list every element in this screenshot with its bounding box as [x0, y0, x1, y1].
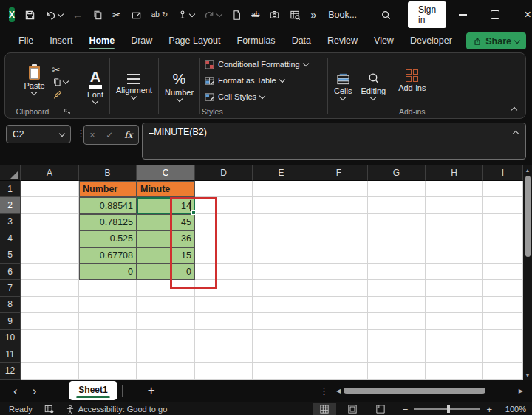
cell[interactable]: [368, 297, 426, 313]
cell[interactable]: [137, 297, 195, 313]
cell[interactable]: [368, 280, 426, 296]
paste-picture-button[interactable]: [131, 10, 142, 21]
cell[interactable]: [253, 297, 310, 313]
cell-b3[interactable]: 0.78125: [79, 214, 137, 230]
cell[interactable]: [79, 280, 137, 296]
new-file-button[interactable]: [231, 10, 242, 21]
cell-a6[interactable]: [21, 264, 79, 280]
share-button[interactable]: Share: [466, 32, 526, 49]
editing-group-button[interactable]: Editing: [357, 71, 391, 101]
tab-page-layout[interactable]: Page Layout: [160, 30, 228, 51]
minimize-button[interactable]: [446, 0, 479, 30]
cell[interactable]: [195, 313, 253, 329]
row-header-11[interactable]: 11: [0, 346, 21, 363]
tab-formulas[interactable]: Formulas: [229, 30, 284, 51]
column-header-c[interactable]: C: [137, 165, 195, 181]
zoom-slider[interactable]: [414, 408, 480, 410]
cell[interactable]: [368, 230, 426, 247]
cell[interactable]: [483, 346, 523, 363]
enter-formula-button[interactable]: ✓: [106, 130, 113, 140]
maximize-button[interactable]: [479, 0, 511, 30]
column-header-b[interactable]: B: [79, 165, 137, 181]
cell[interactable]: [253, 280, 310, 296]
cell-a3[interactable]: [21, 214, 79, 230]
cell[interactable]: [79, 363, 137, 379]
cell[interactable]: [310, 214, 368, 230]
cell[interactable]: [253, 346, 310, 363]
cell[interactable]: [253, 330, 310, 346]
row-header-7[interactable]: 7: [0, 280, 21, 296]
format-as-table-dropdown-icon[interactable]: [279, 77, 284, 83]
cell[interactable]: [195, 181, 253, 197]
cell[interactable]: [21, 330, 79, 346]
cell[interactable]: [368, 181, 426, 197]
sheet-tab-sheet1[interactable]: Sheet1: [69, 381, 117, 400]
scroll-up-icon[interactable]: ▲: [525, 165, 531, 174]
cut-button[interactable]: ✂: [112, 10, 121, 20]
tab-draw[interactable]: Draw: [123, 30, 160, 51]
cell[interactable]: [368, 214, 426, 230]
number-dropdown-icon[interactable]: [176, 95, 182, 101]
page-break-preview-button[interactable]: [369, 403, 392, 415]
column-header-f[interactable]: F: [310, 165, 368, 181]
cell[interactable]: [483, 264, 523, 280]
normal-view-button[interactable]: [313, 403, 336, 415]
cell[interactable]: [483, 247, 523, 264]
cell[interactable]: [195, 346, 253, 363]
row-header-6[interactable]: 6: [0, 264, 21, 280]
cell[interactable]: [483, 197, 523, 213]
cell[interactable]: [426, 264, 483, 280]
cell[interactable]: [426, 247, 483, 264]
cell[interactable]: [79, 330, 137, 346]
cell-a2[interactable]: [21, 197, 79, 213]
column-header-a[interactable]: A: [21, 165, 79, 181]
cell[interactable]: [79, 313, 137, 329]
name-box-dropdown-icon[interactable]: [59, 130, 65, 136]
cell-c1[interactable]: Minute: [137, 181, 195, 197]
cell[interactable]: [79, 297, 137, 313]
touch-mode-dropdown-icon[interactable]: [189, 11, 195, 17]
cell[interactable]: [253, 313, 310, 329]
cell[interactable]: [310, 264, 368, 280]
cell[interactable]: [426, 214, 483, 230]
cell[interactable]: [483, 181, 523, 197]
editing-dropdown-icon[interactable]: [370, 95, 376, 100]
cell[interactable]: [253, 363, 310, 379]
undo-button[interactable]: [45, 10, 63, 21]
cell[interactable]: [137, 363, 195, 379]
cell[interactable]: [368, 197, 426, 213]
cell[interactable]: [310, 330, 368, 346]
strikethrough-button[interactable]: ab: [251, 11, 259, 18]
cell[interactable]: [310, 297, 368, 313]
cell[interactable]: [368, 363, 426, 379]
cell[interactable]: [195, 363, 253, 379]
cell[interactable]: [368, 346, 426, 363]
back-arrow-icon[interactable]: ←: [72, 10, 83, 20]
scroll-left-icon[interactable]: ◀: [336, 388, 341, 394]
cell[interactable]: [253, 181, 310, 197]
cell-a5[interactable]: [21, 247, 79, 264]
tab-home[interactable]: Home: [81, 30, 123, 51]
tab-file[interactable]: File: [10, 30, 41, 51]
cells-group-button[interactable]: Cells: [330, 72, 356, 101]
find-replace-button[interactable]: ab↻: [151, 11, 168, 18]
zoom-out-button[interactable]: −: [403, 404, 409, 415]
cell[interactable]: [310, 181, 368, 197]
font-dropdown-icon[interactable]: [92, 97, 98, 103]
format-painter-button[interactable]: [52, 90, 68, 100]
row-header-10[interactable]: 10: [0, 330, 21, 346]
cell[interactable]: [195, 330, 253, 346]
row-header-9[interactable]: 9: [0, 313, 21, 329]
formula-input[interactable]: =MINUTE(B2): [142, 123, 526, 160]
row-header-2[interactable]: 2: [0, 197, 21, 213]
cell[interactable]: [21, 313, 79, 329]
row-header-1[interactable]: 1: [0, 181, 21, 197]
scroll-right-icon[interactable]: ▶: [519, 388, 523, 394]
column-header-e[interactable]: E: [253, 165, 310, 181]
cut-ribbon-button[interactable]: ✂: [52, 65, 68, 75]
cell[interactable]: [368, 313, 426, 329]
cell[interactable]: [426, 297, 483, 313]
addins-button[interactable]: Add-ins: [394, 68, 430, 94]
cell-b4[interactable]: 0.525: [79, 230, 137, 247]
cell[interactable]: [253, 264, 310, 280]
